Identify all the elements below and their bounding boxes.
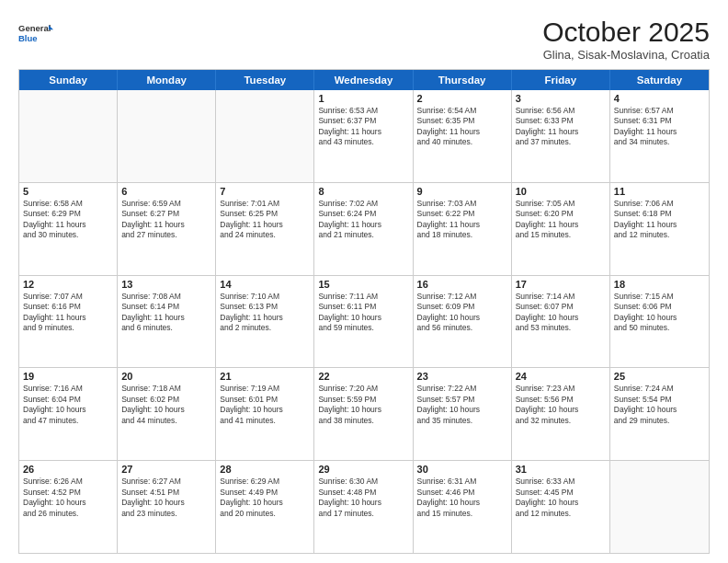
calendar-cell: 17Sunrise: 7:14 AM Sunset: 6:07 PM Dayli… — [512, 276, 610, 368]
day-number: 3 — [516, 93, 606, 104]
day-number: 17 — [516, 279, 606, 290]
day-number: 27 — [121, 464, 211, 475]
day-number: 10 — [516, 186, 606, 197]
calendar-row-4: 19Sunrise: 7:16 AM Sunset: 6:04 PM Dayli… — [19, 368, 709, 461]
weekday-header-wednesday: Wednesday — [314, 70, 413, 90]
day-info: Sunrise: 7:24 AM Sunset: 5:54 PM Dayligh… — [614, 384, 705, 426]
title-block: October 2025 Glina, Sisak-Moslavina, Cro… — [542, 17, 710, 62]
calendar-cell: 30Sunrise: 6:31 AM Sunset: 4:46 PM Dayli… — [414, 461, 512, 553]
svg-text:Blue: Blue — [18, 33, 38, 43]
calendar-cell: 8Sunrise: 7:02 AM Sunset: 6:24 PM Daylig… — [314, 183, 413, 275]
day-info: Sunrise: 7:22 AM Sunset: 5:57 PM Dayligh… — [417, 384, 507, 426]
calendar-body: 1Sunrise: 6:53 AM Sunset: 6:37 PM Daylig… — [19, 90, 709, 553]
calendar-cell: 14Sunrise: 7:10 AM Sunset: 6:13 PM Dayli… — [216, 276, 314, 368]
day-info: Sunrise: 7:14 AM Sunset: 6:07 PM Dayligh… — [516, 292, 606, 334]
page: General Blue October 2025 Glina, Sisak-M… — [0, 0, 728, 563]
day-number: 1 — [318, 93, 408, 104]
day-info: Sunrise: 6:54 AM Sunset: 6:35 PM Dayligh… — [417, 106, 507, 148]
calendar-cell: 20Sunrise: 7:18 AM Sunset: 6:02 PM Dayli… — [118, 368, 216, 460]
day-info: Sunrise: 6:29 AM Sunset: 4:49 PM Dayligh… — [220, 477, 310, 519]
day-info: Sunrise: 6:58 AM Sunset: 6:29 PM Dayligh… — [23, 199, 113, 241]
calendar-cell: 27Sunrise: 6:27 AM Sunset: 4:51 PM Dayli… — [118, 461, 216, 553]
calendar-cell: 9Sunrise: 7:03 AM Sunset: 6:22 PM Daylig… — [414, 183, 512, 275]
calendar-row-3: 12Sunrise: 7:07 AM Sunset: 6:16 PM Dayli… — [19, 276, 709, 369]
calendar-cell: 18Sunrise: 7:15 AM Sunset: 6:06 PM Dayli… — [610, 276, 709, 368]
day-number: 28 — [220, 464, 310, 475]
day-info: Sunrise: 6:57 AM Sunset: 6:31 PM Dayligh… — [614, 106, 705, 148]
day-info: Sunrise: 7:18 AM Sunset: 6:02 PM Dayligh… — [121, 384, 211, 426]
day-number: 19 — [23, 371, 113, 382]
day-info: Sunrise: 7:11 AM Sunset: 6:11 PM Dayligh… — [318, 292, 408, 334]
weekday-header-monday: Monday — [118, 70, 216, 90]
logo-svg: General Blue — [18, 17, 53, 50]
calendar-cell: 1Sunrise: 6:53 AM Sunset: 6:37 PM Daylig… — [314, 90, 413, 182]
day-info: Sunrise: 6:59 AM Sunset: 6:27 PM Dayligh… — [121, 199, 211, 241]
calendar-cell: 23Sunrise: 7:22 AM Sunset: 5:57 PM Dayli… — [414, 368, 512, 460]
calendar: SundayMondayTuesdayWednesdayThursdayFrid… — [18, 69, 710, 554]
calendar-cell: 16Sunrise: 7:12 AM Sunset: 6:09 PM Dayli… — [414, 276, 512, 368]
logo: General Blue — [18, 17, 53, 50]
calendar-row-5: 26Sunrise: 6:26 AM Sunset: 4:52 PM Dayli… — [19, 461, 709, 553]
day-number: 9 — [417, 186, 507, 197]
day-info: Sunrise: 7:20 AM Sunset: 5:59 PM Dayligh… — [318, 384, 408, 426]
day-info: Sunrise: 7:07 AM Sunset: 6:16 PM Dayligh… — [23, 292, 113, 334]
weekday-header-tuesday: Tuesday — [216, 70, 314, 90]
day-number: 11 — [614, 186, 705, 197]
calendar-cell: 2Sunrise: 6:54 AM Sunset: 6:35 PM Daylig… — [414, 90, 512, 182]
day-info: Sunrise: 7:01 AM Sunset: 6:25 PM Dayligh… — [220, 199, 310, 241]
day-info: Sunrise: 6:27 AM Sunset: 4:51 PM Dayligh… — [121, 477, 211, 519]
calendar-cell: 3Sunrise: 6:56 AM Sunset: 6:33 PM Daylig… — [512, 90, 610, 182]
day-number: 22 — [318, 371, 408, 382]
day-info: Sunrise: 7:23 AM Sunset: 5:56 PM Dayligh… — [516, 384, 606, 426]
day-info: Sunrise: 7:06 AM Sunset: 6:18 PM Dayligh… — [614, 199, 705, 241]
day-number: 12 — [23, 279, 113, 290]
weekday-header-thursday: Thursday — [414, 70, 512, 90]
day-info: Sunrise: 6:31 AM Sunset: 4:46 PM Dayligh… — [417, 477, 507, 519]
calendar-cell — [118, 90, 216, 182]
day-info: Sunrise: 7:05 AM Sunset: 6:20 PM Dayligh… — [516, 199, 606, 241]
weekday-header-sunday: Sunday — [19, 70, 118, 90]
calendar-cell: 4Sunrise: 6:57 AM Sunset: 6:31 PM Daylig… — [610, 90, 709, 182]
day-number: 6 — [121, 186, 211, 197]
day-number: 4 — [614, 93, 705, 104]
calendar-row-1: 1Sunrise: 6:53 AM Sunset: 6:37 PM Daylig… — [19, 90, 709, 183]
day-info: Sunrise: 7:15 AM Sunset: 6:06 PM Dayligh… — [614, 292, 705, 334]
day-info: Sunrise: 7:19 AM Sunset: 6:01 PM Dayligh… — [220, 384, 310, 426]
calendar-cell: 29Sunrise: 6:30 AM Sunset: 4:48 PM Dayli… — [314, 461, 413, 553]
calendar-row-2: 5Sunrise: 6:58 AM Sunset: 6:29 PM Daylig… — [19, 183, 709, 276]
day-info: Sunrise: 6:33 AM Sunset: 4:45 PM Dayligh… — [516, 477, 606, 519]
calendar-cell: 10Sunrise: 7:05 AM Sunset: 6:20 PM Dayli… — [512, 183, 610, 275]
calendar-cell: 21Sunrise: 7:19 AM Sunset: 6:01 PM Dayli… — [216, 368, 314, 460]
location-subtitle: Glina, Sisak-Moslavina, Croatia — [542, 48, 710, 62]
day-number: 20 — [121, 371, 211, 382]
day-number: 21 — [220, 371, 310, 382]
day-number: 8 — [318, 186, 408, 197]
calendar-cell: 11Sunrise: 7:06 AM Sunset: 6:18 PM Dayli… — [610, 183, 709, 275]
day-number: 23 — [417, 371, 507, 382]
day-info: Sunrise: 7:02 AM Sunset: 6:24 PM Dayligh… — [318, 199, 408, 241]
day-number: 7 — [220, 186, 310, 197]
day-info: Sunrise: 7:03 AM Sunset: 6:22 PM Dayligh… — [417, 199, 507, 241]
day-info: Sunrise: 7:16 AM Sunset: 6:04 PM Dayligh… — [23, 384, 113, 426]
day-info: Sunrise: 6:56 AM Sunset: 6:33 PM Dayligh… — [516, 106, 606, 148]
day-number: 29 — [318, 464, 408, 475]
day-number: 30 — [417, 464, 507, 475]
day-number: 31 — [516, 464, 606, 475]
calendar-cell: 12Sunrise: 7:07 AM Sunset: 6:16 PM Dayli… — [19, 276, 118, 368]
day-number: 13 — [121, 279, 211, 290]
calendar-cell: 19Sunrise: 7:16 AM Sunset: 6:04 PM Dayli… — [19, 368, 118, 460]
day-info: Sunrise: 7:08 AM Sunset: 6:14 PM Dayligh… — [121, 292, 211, 334]
calendar-cell — [610, 461, 709, 553]
calendar-cell: 7Sunrise: 7:01 AM Sunset: 6:25 PM Daylig… — [216, 183, 314, 275]
calendar-cell: 24Sunrise: 7:23 AM Sunset: 5:56 PM Dayli… — [512, 368, 610, 460]
day-number: 14 — [220, 279, 310, 290]
calendar-cell: 31Sunrise: 6:33 AM Sunset: 4:45 PM Dayli… — [512, 461, 610, 553]
day-number: 18 — [614, 279, 705, 290]
calendar-cell: 22Sunrise: 7:20 AM Sunset: 5:59 PM Dayli… — [314, 368, 413, 460]
day-number: 24 — [516, 371, 606, 382]
calendar-cell: 25Sunrise: 7:24 AM Sunset: 5:54 PM Dayli… — [610, 368, 709, 460]
day-number: 25 — [614, 371, 705, 382]
day-number: 26 — [23, 464, 113, 475]
calendar-cell: 15Sunrise: 7:11 AM Sunset: 6:11 PM Dayli… — [314, 276, 413, 368]
calendar-header: SundayMondayTuesdayWednesdayThursdayFrid… — [19, 70, 709, 90]
